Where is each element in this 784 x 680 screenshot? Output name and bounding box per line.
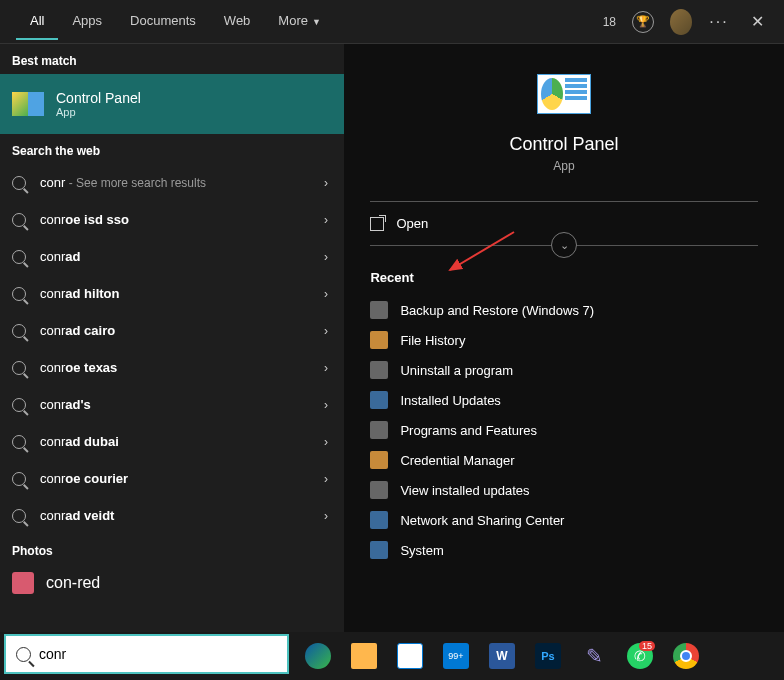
recent-item[interactable]: File History [370, 325, 757, 355]
microsoft-store-icon[interactable] [391, 637, 429, 675]
search-icon [12, 435, 26, 449]
search-icon [12, 176, 26, 190]
tab-documents[interactable]: Documents [116, 3, 210, 40]
best-match-subtitle: App [56, 106, 141, 118]
best-match-title: Control Panel [56, 90, 141, 106]
photoshop-app-icon[interactable]: Ps [529, 637, 567, 675]
recent-item[interactable]: Programs and Features [370, 415, 757, 445]
recent-item-label: System [400, 543, 443, 558]
header-bar: All Apps Documents Web More▼ 18 🏆 ··· ✕ [0, 0, 784, 44]
whatsapp-badge: 15 [639, 641, 655, 651]
search-item-text: conroe courier [40, 471, 128, 486]
search-icon [12, 361, 26, 375]
web-search-item[interactable]: conrad veidt› [0, 497, 344, 534]
web-search-item[interactable]: conrad's› [0, 386, 344, 423]
recent-item[interactable]: Installed Updates [370, 385, 757, 415]
open-label: Open [396, 216, 428, 231]
recent-item-icon [370, 391, 388, 409]
chevron-right-icon: › [324, 472, 328, 486]
rewards-trophy-icon[interactable]: 🏆 [632, 11, 654, 33]
web-search-item[interactable]: conrad hilton› [0, 275, 344, 312]
search-item-text: conroe texas [40, 360, 117, 375]
search-icon [12, 250, 26, 264]
control-panel-icon [12, 92, 44, 116]
file-explorer-icon[interactable] [345, 637, 383, 675]
chevron-right-icon: › [324, 435, 328, 449]
recent-item[interactable]: Uninstall a program [370, 355, 757, 385]
chevron-right-icon: › [324, 213, 328, 227]
chevron-right-icon: › [324, 361, 328, 375]
mail-app-icon[interactable]: 99+ [437, 637, 475, 675]
recent-item-label: Uninstall a program [400, 363, 513, 378]
search-icon [12, 213, 26, 227]
recent-header: Recent [370, 270, 757, 285]
chevron-right-icon: › [324, 324, 328, 338]
preview-title: Control Panel [509, 134, 618, 155]
search-icon [12, 398, 26, 412]
web-search-item[interactable]: conr - See more search results› [0, 164, 344, 201]
tab-apps[interactable]: Apps [58, 3, 116, 40]
best-match-item[interactable]: Control Panel App [0, 74, 344, 134]
web-search-item[interactable]: conrad dubai› [0, 423, 344, 460]
web-search-item[interactable]: conrad› [0, 238, 344, 275]
tab-all[interactable]: All [16, 3, 58, 40]
web-search-item[interactable]: conroe courier› [0, 460, 344, 497]
preview-panel: Control Panel App Open ⌄ Recent Backup a… [344, 44, 784, 632]
filter-tabs: All Apps Documents Web More▼ [16, 3, 335, 40]
search-icon [12, 287, 26, 301]
photo-thumb-icon [12, 572, 34, 594]
search-icon [12, 324, 26, 338]
recent-item-icon [370, 301, 388, 319]
recent-item[interactable]: Credential Manager [370, 445, 757, 475]
chevron-right-icon: › [324, 509, 328, 523]
web-search-item[interactable]: conroe texas› [0, 349, 344, 386]
web-search-item[interactable]: conrad cairo› [0, 312, 344, 349]
results-panel: Best match Control Panel App Search the … [0, 44, 344, 632]
chevron-right-icon: › [324, 250, 328, 264]
recent-item[interactable]: Backup and Restore (Windows 7) [370, 295, 757, 325]
close-icon[interactable]: ✕ [746, 11, 768, 33]
photo-result-item[interactable]: con-red [0, 564, 344, 602]
recent-item[interactable]: System [370, 535, 757, 565]
recent-item-label: Credential Manager [400, 453, 514, 468]
expand-chevron-icon[interactable]: ⌄ [551, 232, 577, 258]
preview-subtitle: App [553, 159, 574, 173]
best-match-header: Best match [0, 44, 344, 74]
search-item-text: conrad hilton [40, 286, 119, 301]
open-external-icon [370, 217, 384, 231]
edge-app-icon[interactable] [299, 637, 337, 675]
search-input[interactable] [39, 646, 277, 662]
chrome-app-icon[interactable] [667, 637, 705, 675]
tab-more[interactable]: More▼ [264, 3, 335, 40]
web-search-item[interactable]: conroe isd sso› [0, 201, 344, 238]
recent-item-icon [370, 541, 388, 559]
recent-item[interactable]: View installed updates [370, 475, 757, 505]
recent-item-icon [370, 481, 388, 499]
recent-item-icon [370, 361, 388, 379]
recent-item-label: View installed updates [400, 483, 529, 498]
recent-item-icon [370, 331, 388, 349]
tab-web[interactable]: Web [210, 3, 265, 40]
chevron-down-icon: ▼ [312, 17, 321, 27]
chevron-right-icon: › [324, 176, 328, 190]
search-item-text: conroe isd sso [40, 212, 129, 227]
more-options-icon[interactable]: ··· [708, 11, 730, 33]
search-item-text: conrad cairo [40, 323, 115, 338]
recent-item[interactable]: Network and Sharing Center [370, 505, 757, 535]
rewards-count: 18 [603, 15, 616, 29]
whatsapp-app-icon[interactable]: ✆15 [621, 637, 659, 675]
recent-item-label: File History [400, 333, 465, 348]
taskbar-search-box[interactable] [4, 634, 289, 674]
search-icon [12, 472, 26, 486]
recent-item-label: Programs and Features [400, 423, 537, 438]
feather-app-icon[interactable]: ✎ [575, 637, 613, 675]
photos-header: Photos [0, 534, 344, 564]
user-avatar[interactable] [670, 11, 692, 33]
chevron-right-icon: › [324, 287, 328, 301]
search-item-text: conrad's [40, 397, 91, 412]
recent-item-icon [370, 511, 388, 529]
search-item-text: conrad veidt [40, 508, 114, 523]
divider: ⌄ [370, 245, 757, 246]
word-app-icon[interactable]: W [483, 637, 521, 675]
search-icon [12, 509, 26, 523]
